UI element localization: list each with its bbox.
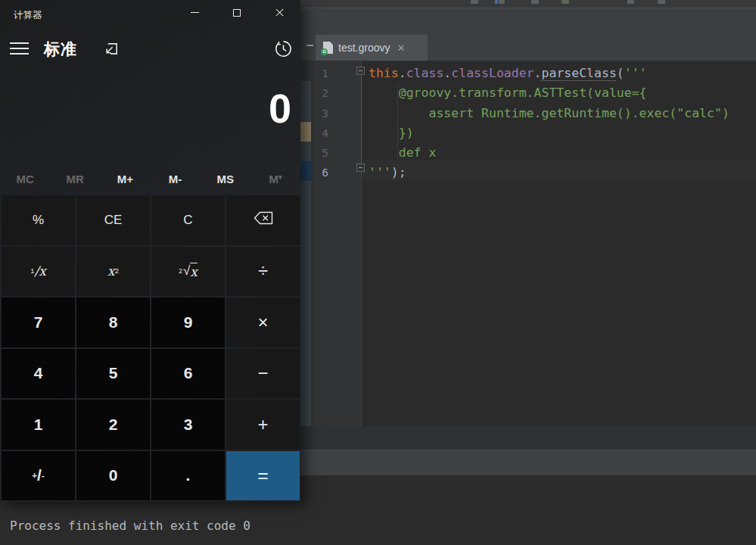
toolbar-icon-fragment: [658, 0, 665, 4]
tab-close-icon[interactable]: ✕: [397, 43, 405, 53]
keep-on-top-icon[interactable]: [103, 42, 119, 58]
key-negate[interactable]: +/-: [2, 451, 75, 501]
key-backspace[interactable]: [226, 195, 300, 245]
key-nine[interactable]: 9: [151, 297, 225, 347]
screen: G test.groovy ✕ 123456 this.class.classL…: [0, 0, 756, 545]
code-line: @groovy.transform.ASTTest(value={: [369, 83, 730, 103]
toolbar-icon-fragment: [562, 0, 569, 4]
key-equals[interactable]: =: [226, 451, 300, 501]
code-line: this.class.classLoader.parseClass(''': [369, 64, 730, 83]
window-controls: [173, 0, 300, 25]
code-line: assert Runtime.getRuntime().exec("calc"): [369, 104, 730, 123]
hidden-ui-fragment: [306, 45, 313, 46]
close-icon: [275, 8, 285, 17]
code-line: def x: [369, 143, 730, 163]
memory-recall[interactable]: MR: [50, 168, 100, 189]
key-add[interactable]: +: [226, 400, 300, 450]
key-multiply[interactable]: ×: [226, 297, 300, 347]
calculator-mode-title: 标准: [44, 39, 77, 60]
code-line: }): [369, 123, 730, 143]
groovy-file-icon: G: [323, 42, 333, 54]
window-title: 计算器: [14, 9, 42, 22]
key-decimal[interactable]: .: [151, 451, 225, 501]
memory-store[interactable]: MS: [201, 168, 250, 189]
key-clear[interactable]: C: [151, 195, 225, 245]
fold-collapse-icon[interactable]: [356, 67, 365, 75]
key-two[interactable]: 2: [76, 400, 150, 450]
line-number: 4: [300, 123, 328, 143]
history-icon[interactable]: [274, 39, 293, 61]
code-lines: this.class.classLoader.parseClass(''' @g…: [369, 64, 730, 183]
memory-row: MCMRM+M-MSM▾: [0, 168, 300, 189]
memory-subtract[interactable]: M-: [151, 168, 201, 189]
calculator-display: 0: [269, 88, 291, 129]
toolbar-icon-fragment: [531, 0, 539, 4]
line-number: 1: [300, 64, 328, 83]
backspace-icon: [254, 211, 273, 229]
fold-region-line: [361, 76, 362, 168]
line-number: 5: [300, 143, 328, 163]
console-output: Process finished with exit code 0: [10, 519, 250, 533]
key-one[interactable]: 1: [2, 400, 75, 450]
editor-bottom-panel: [300, 426, 756, 450]
memory-clear[interactable]: MC: [0, 168, 50, 189]
maximize-icon: [233, 9, 241, 17]
key-square-root[interactable]: 2√x: [151, 247, 225, 297]
run-toolwindow-header: [300, 450, 756, 475]
key-seven[interactable]: 7: [2, 297, 75, 347]
key-square[interactable]: x2: [76, 247, 150, 297]
line-number: 2: [300, 83, 328, 103]
editor-gutter[interactable]: 123456: [300, 61, 362, 426]
close-button[interactable]: [258, 0, 300, 25]
menu-icon[interactable]: [10, 42, 29, 54]
line-number: 3: [300, 104, 328, 123]
toolbar-icon-fragment: [495, 0, 498, 4]
key-eight[interactable]: 8: [76, 297, 150, 347]
code-editor[interactable]: 123456 this.class.classLoader.parseClass…: [300, 61, 756, 426]
key-five[interactable]: 5: [76, 349, 150, 399]
calculator-window: 计算器 标准 0 MCMRM+M-MSM▾ %CEC1/xx22√x÷789×4…: [0, 0, 300, 502]
key-percent[interactable]: %: [2, 195, 75, 245]
fold-collapse-icon[interactable]: [356, 164, 365, 172]
key-three[interactable]: 3: [151, 400, 225, 450]
key-reciprocal[interactable]: 1/x: [2, 247, 75, 297]
minimize-button[interactable]: [173, 0, 216, 25]
key-zero[interactable]: 0: [76, 451, 150, 501]
minimize-icon: [191, 12, 199, 13]
memory-flyout[interactable]: M▾: [250, 168, 300, 189]
toolbar-icon-fragment: [627, 0, 634, 4]
memory-add[interactable]: M+: [100, 168, 150, 189]
key-six[interactable]: 6: [151, 349, 225, 399]
maximize-button[interactable]: [216, 0, 258, 25]
line-numbers: 123456: [300, 64, 328, 183]
toolbar-icon-fragment: [499, 0, 505, 4]
toolbar-icon-fragment: [471, 0, 478, 4]
line-number: 6: [300, 163, 328, 182]
key-divide[interactable]: ÷: [226, 247, 300, 297]
key-clear-entry[interactable]: CE: [76, 195, 150, 245]
code-line: ''');: [369, 163, 730, 182]
keypad: %CEC1/xx22√x÷789×456−123++/-0.=: [2, 195, 300, 500]
key-subtract[interactable]: −: [226, 349, 300, 399]
tab-title: test.groovy: [338, 42, 390, 54]
tab-test-groovy[interactable]: G test.groovy ✕: [316, 35, 428, 61]
key-four[interactable]: 4: [2, 349, 75, 399]
